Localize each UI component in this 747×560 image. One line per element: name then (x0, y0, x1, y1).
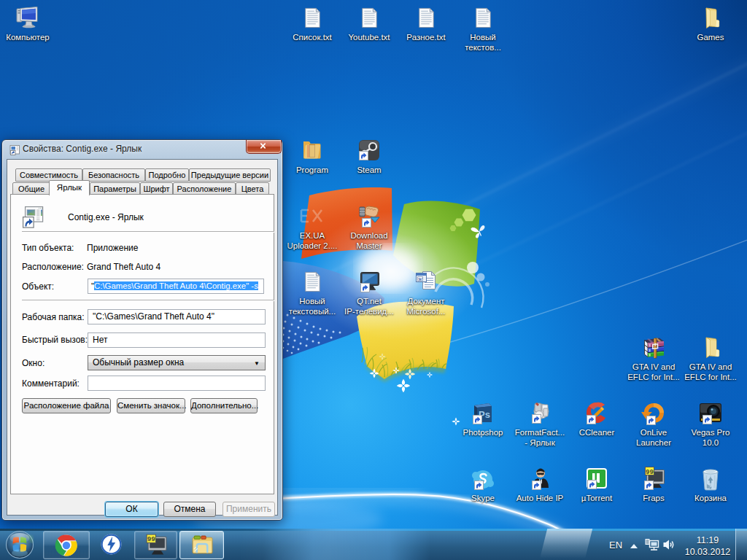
svg-text:99: 99 (646, 469, 654, 476)
svg-text:99: 99 (147, 535, 155, 543)
